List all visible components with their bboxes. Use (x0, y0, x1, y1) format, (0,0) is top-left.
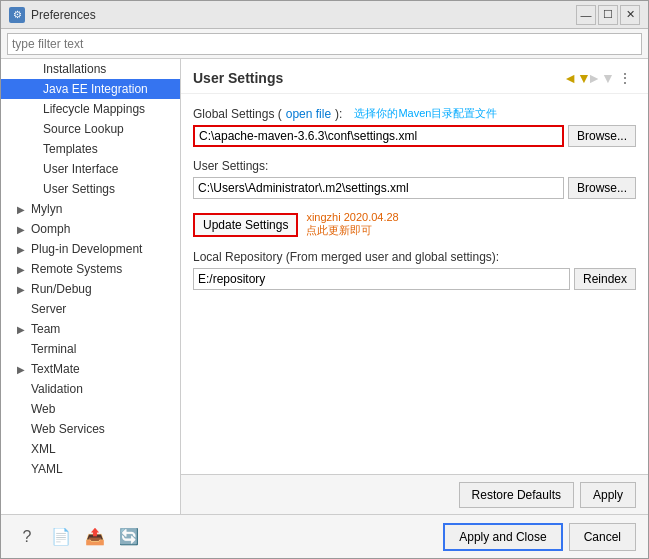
sidebar-item-web[interactable]: Web (1, 399, 180, 419)
sidebar-item-mylyn[interactable]: ▶ Mylyn (1, 199, 180, 219)
update-annotation-line2: 点此更新即可 (306, 223, 398, 238)
sidebar-item-textmate[interactable]: ▶ TextMate (1, 359, 180, 379)
sidebar-item-team[interactable]: ▶ Team (1, 319, 180, 339)
sidebar-item-label: Java EE Integration (41, 82, 148, 96)
footer-buttons: Apply and Close Cancel (443, 523, 636, 551)
expand-arrow: ▶ (17, 224, 29, 235)
restore-defaults-button[interactable]: Restore Defaults (459, 482, 574, 508)
main-content: Installations Java EE Integration Lifecy… (1, 59, 648, 514)
local-repo-label: Local Repository (From merged user and g… (193, 250, 636, 264)
chinese-annotation: 选择你的Maven目录配置文件 (354, 106, 497, 121)
sidebar-item-run-debug[interactable]: ▶ Run/Debug (1, 279, 180, 299)
sidebar-item-label: User Interface (41, 162, 118, 176)
sidebar-item-yaml[interactable]: YAML (1, 459, 180, 479)
open-file-link[interactable]: open file (286, 107, 331, 121)
import-icon-button[interactable]: 📤 (81, 523, 109, 551)
sidebar-item-templates[interactable]: Templates (1, 139, 180, 159)
global-settings-input[interactable] (193, 125, 564, 147)
bottom-action-bar: Restore Defaults Apply (181, 474, 648, 514)
close-button[interactable]: ✕ (620, 5, 640, 25)
expand-arrow: ▶ (17, 324, 29, 335)
global-settings-label: Global Settings ( open file ): 选择你的Maven… (193, 106, 636, 121)
reindex-button[interactable]: Reindex (574, 268, 636, 290)
title-bar-left: ⚙ Preferences (9, 7, 96, 23)
sidebar-item-label: Web Services (29, 422, 105, 436)
update-annotation-line1: xingzhi 2020.04.28 (306, 211, 398, 223)
help-icon-button[interactable]: ? (13, 523, 41, 551)
update-settings-button[interactable]: Update Settings (193, 213, 298, 237)
update-settings-section: Update Settings xingzhi 2020.04.28 点此更新即… (193, 211, 636, 238)
export-icon-button[interactable]: 📄 (47, 523, 75, 551)
sidebar-item-remote-systems[interactable]: ▶ Remote Systems (1, 259, 180, 279)
apply-close-button[interactable]: Apply and Close (443, 523, 562, 551)
sidebar-item-label: Terminal (29, 342, 76, 356)
sidebar-item-xml[interactable]: XML (1, 439, 180, 459)
sidebar-item-plug-in[interactable]: ▶ Plug-in Development (1, 239, 180, 259)
sidebar-item-user-settings[interactable]: User Settings (1, 179, 180, 199)
preferences-window: ⚙ Preferences — ☐ ✕ Installations Java E… (0, 0, 649, 559)
expand-arrow: ▶ (17, 264, 29, 275)
sidebar-item-lifecycle[interactable]: Lifecycle Mappings (1, 99, 180, 119)
sidebar-item-installations[interactable]: Installations (1, 59, 180, 79)
sidebar: Installations Java EE Integration Lifecy… (1, 59, 181, 514)
sidebar-item-label: Run/Debug (29, 282, 92, 296)
sidebar-item-server[interactable]: Server (1, 299, 180, 319)
sidebar-item-label: Mylyn (29, 202, 62, 216)
sidebar-item-oomph[interactable]: ▶ Oomph (1, 219, 180, 239)
apply-button[interactable]: Apply (580, 482, 636, 508)
minimize-button[interactable]: — (576, 5, 596, 25)
user-settings-input-row: Browse... (193, 177, 636, 199)
sidebar-item-label: Validation (29, 382, 83, 396)
search-input[interactable] (7, 33, 642, 55)
global-settings-input-row: Browse... (193, 125, 636, 147)
global-browse-button[interactable]: Browse... (568, 125, 636, 147)
footer-icons: ? 📄 📤 🔄 (13, 523, 143, 551)
global-label-text: Global Settings ( (193, 107, 282, 121)
menu-button[interactable]: ⋮ (614, 67, 636, 89)
sidebar-item-java-ee[interactable]: Java EE Integration (1, 79, 180, 99)
user-settings-input[interactable] (193, 177, 564, 199)
sidebar-item-label: Remote Systems (29, 262, 122, 276)
local-repo-section: Local Repository (From merged user and g… (193, 250, 636, 290)
title-bar: ⚙ Preferences — ☐ ✕ (1, 1, 648, 29)
cancel-button[interactable]: Cancel (569, 523, 636, 551)
window-title: Preferences (31, 8, 96, 22)
update-annotation: xingzhi 2020.04.28 点此更新即可 (306, 211, 398, 238)
sidebar-item-label: Oomph (29, 222, 70, 236)
panel-toolbar: ◄▼ ►▼ ⋮ (566, 67, 636, 89)
sidebar-item-web-services[interactable]: Web Services (1, 419, 180, 439)
global-label-end: ): (335, 107, 342, 121)
right-panel: User Settings ◄▼ ►▼ ⋮ Global Settings ( … (181, 59, 648, 514)
refresh-icon-button[interactable]: 🔄 (115, 523, 143, 551)
window-icon: ⚙ (9, 7, 25, 23)
panel-body: Global Settings ( open file ): 选择你的Maven… (181, 94, 648, 474)
panel-header: User Settings ◄▼ ►▼ ⋮ (181, 59, 648, 94)
user-settings-label: User Settings: (193, 159, 636, 173)
user-settings-section: User Settings: Browse... (193, 159, 636, 199)
sidebar-item-source-lookup[interactable]: Source Lookup (1, 119, 180, 139)
panel-title: User Settings (193, 70, 283, 86)
expand-arrow: ▶ (17, 244, 29, 255)
local-repo-input-row: Reindex (193, 268, 636, 290)
sidebar-item-validation[interactable]: Validation (1, 379, 180, 399)
sidebar-item-terminal[interactable]: Terminal (1, 339, 180, 359)
sidebar-item-label: Installations (41, 62, 106, 76)
back-button[interactable]: ◄▼ (566, 67, 588, 89)
maximize-button[interactable]: ☐ (598, 5, 618, 25)
sidebar-item-label: Server (29, 302, 66, 316)
sidebar-item-label: XML (29, 442, 56, 456)
local-repo-input[interactable] (193, 268, 570, 290)
forward-button[interactable]: ►▼ (590, 67, 612, 89)
sidebar-item-label: Lifecycle Mappings (41, 102, 145, 116)
title-bar-controls: — ☐ ✕ (576, 5, 640, 25)
sidebar-item-label: Web (29, 402, 55, 416)
sidebar-item-label: Plug-in Development (29, 242, 142, 256)
global-settings-section: Global Settings ( open file ): 选择你的Maven… (193, 106, 636, 147)
search-bar (1, 29, 648, 59)
sidebar-item-user-interface[interactable]: User Interface (1, 159, 180, 179)
sidebar-item-label: TextMate (29, 362, 80, 376)
update-settings-container: Update Settings xingzhi 2020.04.28 点此更新即… (193, 211, 636, 238)
user-browse-button[interactable]: Browse... (568, 177, 636, 199)
expand-arrow: ▶ (17, 204, 29, 215)
sidebar-item-label: Source Lookup (41, 122, 124, 136)
